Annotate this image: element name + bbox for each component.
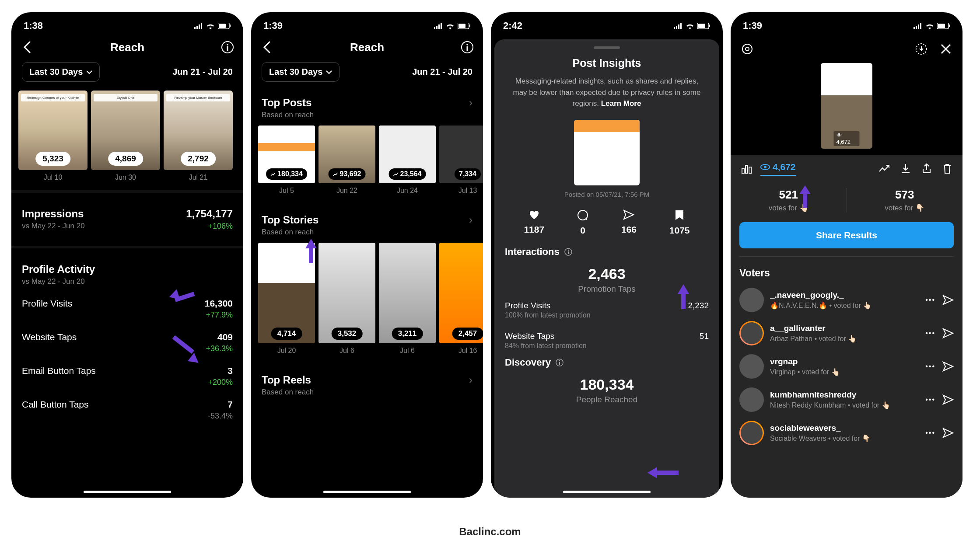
phone-post-insights: 2:42 Post Insights Messaging-related ins… xyxy=(491,12,723,498)
trash-icon[interactable] xyxy=(942,163,952,174)
voter-detail: 🔥N.A.V.E.E.N.🔥 • voted for 👆🏻 xyxy=(770,301,919,310)
avatar[interactable] xyxy=(739,354,764,379)
post-thumb[interactable]: 180,334Jul 5 xyxy=(258,126,315,195)
svg-point-18 xyxy=(466,44,468,45)
avatar[interactable] xyxy=(739,421,764,445)
impressions-row: Impressionsvs May 22 - Jun 20 1,754,177+… xyxy=(11,202,243,237)
share-results-button[interactable]: Share Results xyxy=(739,222,954,248)
close-button[interactable] xyxy=(938,41,954,57)
phone-reach-1: 1:38 Reach Last 30 Days Jun 21 - Jul 20 … xyxy=(11,12,243,498)
voter-row[interactable]: sociableweavers_Sociable Weavers • voted… xyxy=(731,416,962,450)
story-thumb[interactable]: 2,457Jul 16 xyxy=(439,243,483,355)
svg-rect-2 xyxy=(199,24,200,29)
top-posts-header[interactable]: Top Posts› xyxy=(251,91,483,111)
signal-icon xyxy=(194,23,203,29)
phone-story-results: 1:39 👁 4,672 4,672 521votes for 👆🏻 573vo… xyxy=(731,12,962,498)
status-icons xyxy=(194,22,231,29)
thumbnail[interactable]: Stylish One4,869Jun 30 xyxy=(91,91,160,181)
voter-username: vrgnap xyxy=(770,357,919,366)
top-posts-row[interactable]: 180,334Jul 5 93,692Jun 22 23,564Jun 24 7… xyxy=(251,126,483,195)
time: 1:38 xyxy=(24,20,43,31)
sheet-title: Post Insights xyxy=(494,57,719,70)
svg-rect-37 xyxy=(920,23,921,29)
send-icon[interactable] xyxy=(942,361,954,372)
save-button[interactable] xyxy=(914,41,929,57)
voter-row[interactable]: vrgnapVirginap • voted for 👆🏻••• xyxy=(731,350,962,383)
heart-icon xyxy=(528,209,540,220)
date-filter-dropdown[interactable]: Last 30 Days xyxy=(22,62,100,82)
trend-icon[interactable] xyxy=(878,164,890,173)
voter-row[interactable]: _.naveen_googly._🔥N.A.V.E.E.N.🔥 • voted … xyxy=(731,283,962,317)
thumbnail[interactable]: Revamp your Master Bedroom2,792Jul 21 xyxy=(164,91,233,181)
post-thumb[interactable]: 7,334Jul 13 xyxy=(439,126,483,195)
svg-rect-12 xyxy=(438,24,440,29)
voters-title: Voters xyxy=(731,261,962,283)
svg-point-29 xyxy=(568,249,569,250)
filter-row: Last 30 Days Jun 21 - Jul 20 xyxy=(11,62,243,91)
story-thumb[interactable]: 3,532Jul 6 xyxy=(318,243,375,355)
more-icon[interactable]: ••• xyxy=(925,296,935,304)
voter-row[interactable]: kumbhamniteshreddyNitesh Reddy Kumbham •… xyxy=(731,383,962,416)
avatar[interactable] xyxy=(739,288,764,312)
thumbnails-row[interactable]: Redesign Corners of your Kitchen5,323Jul… xyxy=(11,91,243,181)
voter-username: _.naveen_googly._ xyxy=(770,290,919,300)
voter-detail: Arbaz Pathan • voted for 👆🏻 xyxy=(770,335,919,343)
top-stories-header[interactable]: Top Stories› xyxy=(251,208,483,228)
svg-rect-46 xyxy=(749,167,751,173)
top-stories-row[interactable]: 4,714Jul 20 3,532Jul 6 3,211Jul 6 2,457J… xyxy=(251,243,483,355)
post-thumb[interactable]: 93,692Jun 22 xyxy=(318,126,375,195)
svg-rect-16 xyxy=(469,24,470,27)
date-filter-dropdown[interactable]: Last 30 Days xyxy=(262,62,340,82)
votes-row: 521votes for 👆🏻 573votes for 👇🏻 xyxy=(731,180,962,222)
call-taps-row: Call Button Taps7-53.4% xyxy=(11,393,243,427)
svg-rect-33 xyxy=(559,362,560,365)
svg-point-8 xyxy=(227,44,228,45)
more-icon[interactable]: ••• xyxy=(925,363,935,370)
voter-row[interactable]: a__gallivanterArbaz Pathan • voted for 👆… xyxy=(731,317,962,350)
share-out-icon[interactable] xyxy=(921,163,932,174)
more-icon[interactable]: ••• xyxy=(925,429,935,437)
profile-visits-row: Profile Visits16,300+77.9% xyxy=(11,292,243,326)
more-icon[interactable]: ••• xyxy=(925,329,935,337)
info-icon[interactable] xyxy=(564,248,573,256)
wifi-icon xyxy=(206,22,215,29)
info-button[interactable] xyxy=(220,39,235,55)
thumbnail[interactable]: Redesign Corners of your Kitchen5,323Jul… xyxy=(18,91,88,181)
avatar[interactable] xyxy=(739,387,764,412)
svg-rect-1 xyxy=(196,26,198,29)
story-preview[interactable]: 👁 4,672 xyxy=(821,63,872,149)
voters-list[interactable]: _.naveen_googly._🔥N.A.V.E.E.N.🔥 • voted … xyxy=(731,283,962,450)
back-button[interactable] xyxy=(259,39,275,55)
svg-rect-35 xyxy=(916,26,917,29)
settings-button[interactable] xyxy=(739,41,755,57)
post-thumb[interactable]: 23,564Jun 24 xyxy=(379,126,436,195)
send-icon[interactable] xyxy=(942,295,954,305)
story-thumb[interactable]: 4,714Jul 20 xyxy=(258,243,315,355)
website-taps-row: Website Taps409+36.3% xyxy=(11,326,243,359)
more-icon[interactable]: ••• xyxy=(925,396,935,404)
privacy-notice: Messaging-related insights, such as shar… xyxy=(494,76,719,120)
voter-detail: Sociable Weavers • voted for 👇🏻 xyxy=(770,434,919,443)
voter-detail: Virginap • voted for 👆🏻 xyxy=(770,368,919,376)
profile-visits-row: Profile Visits2,232 xyxy=(494,296,719,311)
send-icon[interactable] xyxy=(942,394,954,405)
info-button[interactable] xyxy=(459,39,475,55)
svg-rect-19 xyxy=(467,46,468,51)
trend-icon xyxy=(270,171,276,177)
profile-activity-header: Profile Activityvs May 22 - Jun 20 xyxy=(11,257,243,292)
avatar[interactable] xyxy=(739,321,764,345)
interactions-header: Interactions xyxy=(494,246,719,261)
sheet-handle[interactable] xyxy=(594,46,620,49)
chart-icon[interactable] xyxy=(741,164,752,174)
share-icon xyxy=(623,209,634,220)
send-icon[interactable] xyxy=(942,428,954,438)
back-button[interactable] xyxy=(19,39,35,55)
learn-more-link[interactable]: Learn More xyxy=(601,99,641,108)
top-reels-header[interactable]: Top Reels› xyxy=(251,368,483,388)
views-count[interactable]: 4,672 xyxy=(773,162,796,172)
send-icon[interactable] xyxy=(942,328,954,338)
download-icon[interactable] xyxy=(900,163,911,174)
insights-sheet: Post Insights Messaging-related insights… xyxy=(494,39,719,498)
story-thumb[interactable]: 3,211Jul 6 xyxy=(379,243,436,355)
post-preview[interactable] xyxy=(574,120,640,185)
